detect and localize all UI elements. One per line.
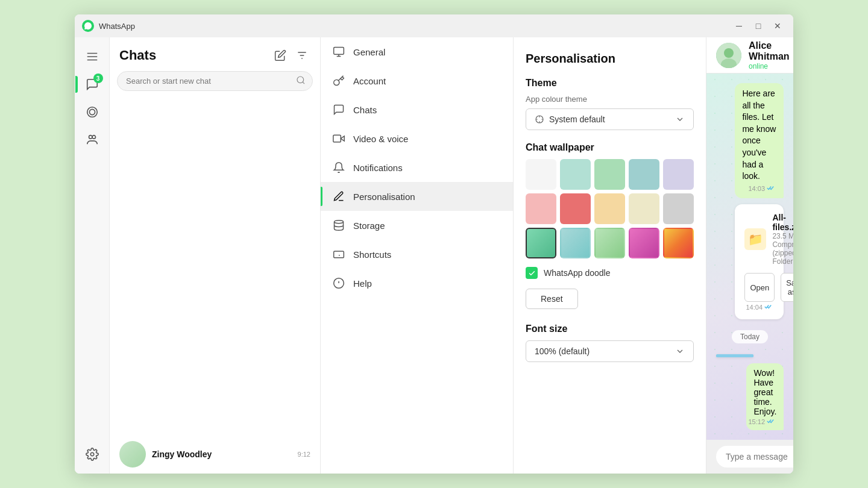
svg-point-7	[90, 452, 94, 456]
sidebar-item-shortcuts[interactable]: Shortcuts	[321, 240, 513, 269]
message-input[interactable]	[716, 446, 793, 468]
wallpaper-swatch-pink[interactable]	[526, 193, 556, 224]
font-size-value: 100% (default)	[535, 346, 590, 356]
sidebar-item-video[interactable]: Video & voice	[321, 124, 513, 153]
chat-area: Alice Whitman online	[706, 37, 793, 474]
icon-sidebar-bottom	[80, 442, 104, 466]
wallpaper-swatch-teal-grad[interactable]	[526, 228, 556, 258]
chat-item-name: Zingy Woodley	[152, 449, 212, 459]
chevron-down-icon	[675, 114, 685, 124]
monitor-icon	[333, 46, 345, 58]
today-divider: Today	[716, 330, 784, 343]
svg-rect-19	[334, 251, 344, 258]
svg-line-12	[303, 82, 304, 84]
wallpaper-swatch-lavender[interactable]	[663, 159, 694, 190]
sidebar-item-help[interactable]: Help	[321, 269, 513, 298]
double-tick-wow	[767, 418, 776, 425]
theme-dropdown[interactable]: System default	[526, 108, 694, 130]
nav-label-video: Video & voice	[353, 134, 408, 144]
svg-marker-16	[341, 136, 344, 141]
storage-icon	[333, 219, 345, 231]
nav-label-help: Help	[353, 278, 372, 289]
search-input[interactable]	[117, 71, 313, 91]
save-file-button[interactable]: Save as...	[781, 273, 793, 302]
nav-label-account: Account	[353, 76, 386, 86]
today-badge: Today	[732, 330, 768, 343]
wallpaper-swatch-pink-grad[interactable]	[629, 228, 659, 258]
search-icon	[296, 75, 306, 87]
chats-button[interactable]: 3	[80, 72, 104, 96]
sidebar-item-storage[interactable]: Storage	[321, 211, 513, 240]
filter-button[interactable]	[294, 47, 310, 64]
svg-point-25	[724, 48, 734, 58]
wallpaper-swatch-cream[interactable]	[629, 193, 659, 224]
keyboard-icon	[333, 248, 345, 260]
personalisation-panel: Personalisation Theme App colour theme S…	[514, 37, 706, 474]
wallpaper-swatch-teal-light[interactable]	[560, 228, 591, 258]
wallpaper-grid	[526, 159, 694, 258]
video-icon	[333, 133, 345, 145]
double-tick-file	[764, 304, 774, 311]
sidebar-item-notifications[interactable]: Notifications	[321, 153, 513, 182]
communities-icon	[86, 133, 99, 146]
svg-rect-13	[334, 48, 344, 55]
menu-button[interactable]	[80, 45, 104, 69]
wallpaper-swatch-white[interactable]	[526, 159, 556, 190]
mountain-image	[716, 354, 753, 357]
svg-rect-17	[333, 135, 341, 142]
contact-status: online	[749, 62, 790, 70]
chat-list-actions	[272, 47, 310, 64]
communities-button[interactable]	[80, 128, 104, 152]
key-icon	[333, 75, 345, 87]
title-bar: WhatsApp ─ □ ✕	[75, 14, 793, 37]
avatar	[119, 441, 146, 468]
reset-button[interactable]: Reset	[526, 289, 578, 309]
menu-icon	[86, 50, 99, 63]
sidebar-item-general[interactable]: General	[321, 37, 513, 66]
messages-container[interactable]: Here are all the files. Let me know once…	[706, 74, 793, 440]
wallpaper-swatch-mint[interactable]	[560, 159, 591, 190]
nav-label-storage: Storage	[353, 221, 385, 231]
app-window: WhatsApp ─ □ ✕ 3	[75, 14, 793, 474]
doodle-checkbox-row: WhatsApp doodle	[526, 267, 694, 279]
font-size-dropdown[interactable]: 100% (default)	[526, 340, 694, 362]
contact-avatar	[716, 43, 741, 68]
double-tick	[767, 184, 776, 193]
sidebar-item-account[interactable]: Account	[321, 66, 513, 95]
minimize-button[interactable]: ─	[731, 19, 747, 33]
status-icon	[86, 105, 99, 119]
wallpaper-swatch-silver[interactable]	[663, 193, 694, 224]
main-content: 3 Chats	[75, 37, 793, 474]
doodle-checkbox[interactable]	[526, 267, 538, 279]
wallpaper-swatch-teal[interactable]	[629, 159, 659, 190]
wallpaper-swatch-rainbow[interactable]	[663, 228, 694, 258]
chat-bubble-icon	[333, 104, 345, 116]
new-chat-button[interactable]	[272, 47, 289, 64]
settings-nav-panel: General Account Chats Video & voice	[321, 37, 514, 474]
contact-info: Alice Whitman online	[749, 40, 790, 70]
close-button[interactable]: ✕	[769, 19, 786, 33]
wallpaper-swatch-green[interactable]	[594, 159, 625, 190]
settings-icon	[86, 448, 99, 461]
pen-icon	[333, 190, 345, 202]
wallpaper-swatch-peach[interactable]	[594, 193, 625, 224]
file-message-time: 14:04	[744, 304, 774, 311]
file-meta: 23.5 MB · Compressed (zipped) Folder	[772, 232, 793, 266]
chevron-down-icon-font	[675, 346, 685, 356]
list-item[interactable]: Zingy Woodley 9:12	[110, 435, 320, 474]
sidebar-item-personalisation[interactable]: Personalisation	[321, 182, 513, 211]
wallpaper-swatch-green-grad[interactable]	[594, 228, 625, 258]
app-logo	[82, 20, 94, 32]
status-button[interactable]	[80, 100, 104, 124]
info-icon	[333, 277, 345, 289]
nav-label-personalisation: Personalisation	[353, 192, 415, 202]
open-file-button[interactable]: Open	[744, 273, 775, 302]
settings-button[interactable]	[80, 442, 104, 466]
video-call-button[interactable]	[790, 45, 793, 66]
doodle-label: WhatsApp doodle	[544, 268, 611, 278]
title-bar-controls: ─ □ ✕	[731, 19, 786, 33]
wallpaper-swatch-salmon[interactable]	[560, 193, 591, 224]
maximize-button[interactable]: □	[750, 19, 767, 33]
chat-badge: 3	[93, 74, 103, 83]
sidebar-item-chats[interactable]: Chats	[321, 95, 513, 124]
